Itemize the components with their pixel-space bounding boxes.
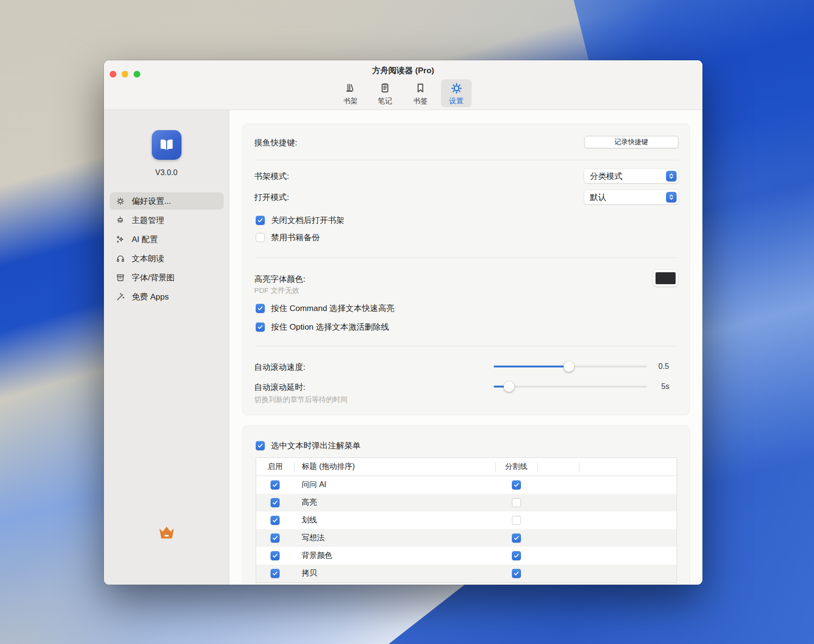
sidebar-item-ai-config[interactable]: AI 配置 [110,231,224,248]
row-enabled-checkbox[interactable] [271,533,280,543]
row-title[interactable]: 高亮 [294,498,495,508]
bookshelf-icon [344,81,357,95]
checkbox-label: 关闭文档后打开书架 [271,215,344,226]
checkbox-label: 选中文本时弹出注解菜单 [271,440,361,451]
app-window: 方舟阅读器 (Pro) 书架 笔记 [104,60,702,585]
table-row: 问问 AI [256,476,677,494]
open-shelf-checkbox-row[interactable]: 关闭文档后打开书架 [256,215,344,226]
scroll-delay-slider[interactable] [494,381,647,392]
disable-backup-checkbox-row[interactable]: 禁用书籍备份 [256,232,320,243]
desktop-wallpaper: 方舟阅读器 (Pro) 书架 笔记 [0,0,814,644]
row-enabled-checkbox[interactable] [271,480,280,489]
sidebar-item-label: 偏好设置... [132,196,171,207]
table-row: 背景颜色 [256,547,677,565]
row-divider-checkbox[interactable] [512,551,521,560]
window-title: 方舟阅读器 (Pro) [104,65,702,76]
header-separator [495,462,496,472]
row-title[interactable]: 划线 [294,515,495,525]
highlight-color-well[interactable] [653,270,678,287]
crown-icon[interactable] [157,524,177,543]
sidebar-item-themes[interactable]: 主题管理 [110,211,224,229]
sidebar-item-preferences[interactable]: 偏好设置... [110,192,224,210]
divider [256,346,678,346]
scroll-delay-value: 5s [661,382,669,391]
checkbox-label: 按住 Option 选择文本激活删除线 [271,322,389,333]
sidebar-item-free-apps[interactable]: 免费 Apps [110,288,224,305]
header-separator [579,462,579,472]
row-enabled-checkbox[interactable] [271,551,280,560]
checkbox[interactable] [256,304,265,313]
checkbox[interactable] [256,322,265,332]
record-shortcut-button[interactable]: 记录快捷键 [584,136,678,148]
bookmark-icon [414,81,427,95]
selected-value: 分类模式 [590,171,666,182]
table-header: 启用 标题 (拖动排序) 分割线 [256,458,677,476]
row-title[interactable]: 拷贝 [294,568,495,578]
checkbox[interactable] [256,441,265,450]
table-row: 拷贝 [256,565,677,582]
open-mode-label: 打开模式: [254,192,289,203]
row-divider-checkbox[interactable] [512,569,521,578]
scroll-speed-label: 自动滚动速度: [254,362,305,373]
row-enabled-checkbox[interactable] [271,569,280,578]
gear-icon [114,197,126,206]
popup-menu-checkbox-row[interactable]: 选中文本时弹出注解菜单 [256,440,361,451]
row-title[interactable]: 背景颜色 [294,551,495,561]
titlebar: 方舟阅读器 (Pro) 书架 笔记 [104,60,702,110]
row-title[interactable]: 问问 AI [294,480,495,490]
headphones-icon [114,254,126,263]
highlight-color-label: 高亮字体颜色: [254,274,305,285]
scroll-delay-note: 切换到新的章节后等待的时间 [254,395,348,404]
slider-track[interactable] [494,386,647,388]
table-row: 高亮 [256,494,677,511]
sidebar-item-text-to-speech[interactable]: 文本朗读 [110,250,224,267]
divider [256,257,678,258]
slider-thumb[interactable] [564,361,574,372]
app-icon [152,130,181,160]
annotation-panel: 选中文本时弹出注解菜单 启用 标题 (拖动排序) 分割线 问问 AI高 [242,425,690,585]
row-divider-checkbox[interactable] [512,498,521,507]
tab-label: 书架 [343,97,358,106]
stepper-icon [666,192,677,202]
row-title[interactable]: 写想法 [294,533,495,543]
sparkles-icon [114,235,126,244]
row-enabled-checkbox[interactable] [271,498,280,507]
scroll-speed-slider[interactable] [494,361,647,372]
checkbox[interactable] [256,233,265,242]
annotation-table-body: 问问 AI高亮划线写想法背景颜色拷贝 [256,476,677,582]
header-separator [294,462,294,472]
archive-box-icon [114,273,126,282]
tab-bookshelf[interactable]: 书架 [335,79,366,107]
divider [256,160,678,160]
tab-settings[interactable]: 设置 [441,79,472,107]
tab-bookmarks[interactable]: 书签 [405,79,436,107]
sidebar-item-fonts-backgrounds[interactable]: 字体/背景图 [110,269,224,286]
magic-wand-icon [114,292,126,301]
shelf-mode-select[interactable]: 分类模式 [584,169,678,183]
stepper-icon [666,171,677,181]
preferences-panel: 摸鱼快捷键: 记录快捷键 书架模式: 分类模式 打开模式: 默认 [242,123,690,415]
command-highlight-checkbox-row[interactable]: 按住 Command 选择文本快速高亮 [256,303,395,314]
shelf-mode-label: 书架模式: [254,171,289,182]
selected-value: 默认 [590,192,666,203]
sidebar-item-label: 免费 Apps [132,291,169,302]
scroll-delay-label: 自动滚动延时: [254,382,305,393]
row-divider-checkbox[interactable] [512,480,521,489]
brush-icon [114,216,126,225]
notes-icon [379,81,391,95]
row-divider-checkbox[interactable] [512,533,521,543]
slider-thumb[interactable] [504,381,514,392]
checkbox-label: 禁用书籍备份 [271,232,320,243]
table-row: 写想法 [256,529,677,547]
table-row: 划线 [256,511,677,529]
tab-notes[interactable]: 笔记 [370,79,400,107]
option-strikethrough-checkbox-row[interactable]: 按住 Option 选择文本激活删除线 [256,322,389,333]
sidebar-item-label: 主题管理 [132,215,164,226]
gear-icon [450,81,463,95]
settings-content: 摸鱼快捷键: 记录快捷键 书架模式: 分类模式 打开模式: 默认 [229,110,702,585]
checkbox[interactable] [256,216,265,225]
open-mode-select[interactable]: 默认 [584,190,678,204]
row-divider-checkbox[interactable] [512,516,521,525]
shortcut-label: 摸鱼快捷键: [254,137,297,148]
row-enabled-checkbox[interactable] [271,516,280,525]
